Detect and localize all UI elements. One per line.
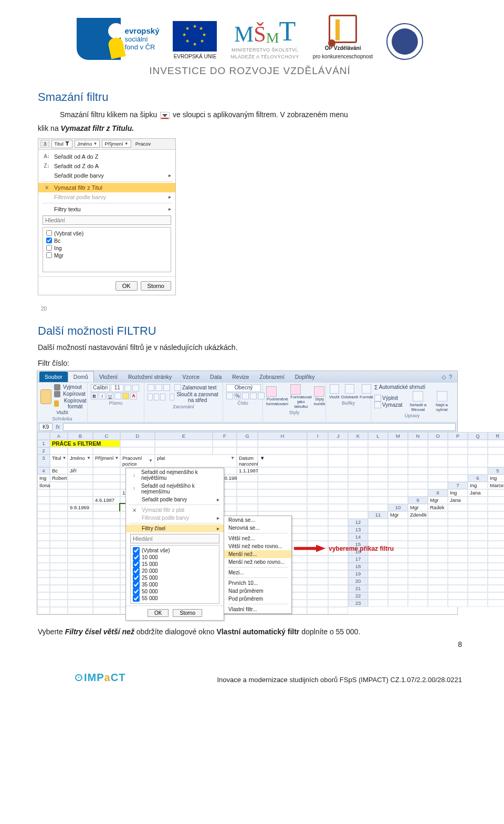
ov-sort-color[interactable]: Seřadit podle barvy▸	[126, 496, 224, 503]
ov-sort-desc[interactable]: ↑Seřadit od největšího k nejmenšímu	[126, 482, 224, 496]
ov-search-input[interactable]	[130, 534, 219, 543]
font-name-select[interactable]: Calibri	[91, 384, 110, 392]
th-2[interactable]: Příjmení▼	[93, 455, 120, 467]
help-icon[interactable]: ?	[449, 374, 452, 380]
submenu-item-1[interactable]: Nerovná se...	[224, 524, 291, 532]
th-0[interactable]: Titul▼	[50, 455, 68, 467]
align-bot-icon[interactable]	[163, 384, 170, 391]
tab-vlozeni[interactable]: Vložení	[94, 372, 123, 382]
formula-bar[interactable]	[63, 423, 456, 431]
paste-icon[interactable]	[40, 389, 51, 404]
underline-icon[interactable]: U	[107, 393, 113, 399]
dlg-buttons: OK Storno	[38, 276, 175, 295]
chk-10 000[interactable]: 10 000	[133, 554, 217, 561]
submenu-item-9[interactable]: Pod průměrem	[224, 595, 291, 603]
delete-button[interactable]: Odstranit	[341, 384, 358, 399]
inc-dec-icon[interactable]	[250, 393, 257, 399]
th-3[interactable]: Pracovní pozice▼	[120, 455, 155, 467]
tab-doplnky[interactable]: Doplňky	[290, 372, 320, 382]
fx-icon[interactable]: fx	[56, 424, 60, 430]
submenu-item-3[interactable]: Větší než nebo rovno...	[224, 542, 291, 550]
submenu-item-0[interactable]: Rovná se...	[224, 516, 291, 524]
tab-revize[interactable]: Revize	[227, 372, 254, 382]
chk-15 000[interactable]: 15 000	[133, 561, 217, 568]
col-titul[interactable]: Titul	[51, 140, 72, 148]
chk-all[interactable]: (Vybrat vše)	[46, 230, 167, 237]
bold-icon[interactable]: B	[91, 393, 98, 399]
th-5[interactable]: Datum narození▼	[237, 455, 258, 467]
th-4[interactable]: plat▼	[155, 455, 237, 467]
tab-zobrazeni[interactable]: Zobrazení	[254, 372, 289, 382]
tab-domu[interactable]: Domů	[68, 371, 94, 382]
tab-vzorce[interactable]: Vzorce	[177, 372, 205, 382]
ov-filter-num[interactable]: Filtry čísel▸	[126, 524, 224, 532]
chk-35 000[interactable]: 35 000	[133, 581, 217, 588]
chk-20 000[interactable]: 20 000	[133, 568, 217, 574]
menu-filter-text[interactable]: Filtry textu▸	[38, 204, 175, 214]
submenu-item-10[interactable]: Vlastní filtr...	[224, 605, 291, 613]
insert-button[interactable]: Vložit	[329, 384, 340, 399]
chk-bc[interactable]: Bc	[46, 237, 167, 244]
merge-button[interactable]: Sloučit a zarovnat na střed	[170, 392, 219, 403]
chk-55 000[interactable]: 55 000	[133, 595, 217, 602]
chk-25 000[interactable]: 25 000	[133, 574, 217, 581]
border-icon[interactable]	[114, 393, 121, 399]
col-prijmeni[interactable]: Příjmení▼	[102, 140, 131, 148]
number-format-select[interactable]: Obecný	[226, 384, 261, 392]
tab-soubor[interactable]: Soubor	[39, 372, 68, 382]
menu-sort-color[interactable]: Seřadit podle barvy▸	[38, 171, 175, 180]
shrink-font-icon[interactable]	[132, 385, 139, 392]
wrap-text-button[interactable]: Zalamovat text	[174, 384, 217, 391]
submenu-item-6[interactable]: Mezi...	[224, 569, 291, 576]
name-box[interactable]: K9	[39, 423, 52, 431]
clear-button[interactable]: Vymazat	[374, 401, 403, 408]
fill-button[interactable]: Výplnit	[374, 395, 403, 401]
align-mid-icon[interactable]	[155, 384, 162, 391]
italic-icon[interactable]: I	[99, 393, 106, 399]
ov-ok-button[interactable]: OK	[148, 609, 169, 617]
find-select-button[interactable]: Najít a vybrat	[434, 391, 450, 412]
chk-50 000[interactable]: 50 000	[133, 588, 217, 595]
font-color-icon[interactable]: A	[130, 393, 137, 399]
format-table-icon[interactable]	[290, 384, 301, 395]
align-left-icon[interactable]	[148, 394, 153, 400]
fill-color-icon[interactable]	[122, 393, 129, 399]
submenu-item-2[interactable]: Větší než...	[224, 534, 291, 542]
ov-cancel-button[interactable]: Storno	[173, 609, 202, 617]
align-top-icon[interactable]	[148, 384, 154, 391]
currency-icon[interactable]	[226, 393, 233, 399]
tab-rozlozeni[interactable]: Rozložení stránky	[123, 372, 177, 382]
autosum-button[interactable]: Σ Automatické shrnutí	[374, 384, 425, 390]
comma-icon[interactable]	[242, 393, 249, 399]
format-painter-button[interactable]: Kopírovat formát	[54, 398, 89, 409]
search-input[interactable]	[43, 215, 171, 225]
align-center-icon[interactable]	[154, 394, 159, 400]
cell-styles-icon[interactable]	[314, 386, 324, 397]
copy-button[interactable]: Kopírovat	[54, 391, 89, 397]
percent-icon[interactable]: %	[234, 393, 241, 399]
ok-button[interactable]: OK	[116, 281, 138, 291]
menu-sort-az[interactable]: A↓ Seřadit od A do Z	[38, 152, 175, 161]
tab-data[interactable]: Data	[205, 372, 227, 382]
col-jmeno[interactable]: Jméno▼	[75, 140, 100, 148]
cancel-button[interactable]: Storno	[141, 281, 171, 291]
font-size-select[interactable]: 11	[111, 384, 123, 392]
submenu-item-5[interactable]: Menší než nebo rovno...	[224, 558, 291, 566]
cut-button[interactable]: Vyjmout	[54, 384, 89, 390]
msmt-line2: MLÁDEŽE A TĚLOVÝCHOVY	[230, 54, 299, 60]
ov-sort-asc[interactable]: ↓Seřadit od nejmenšího k největšímu	[126, 468, 224, 482]
menu-sort-za[interactable]: Z↓ Seřadit od Z do A	[38, 161, 175, 171]
chk-mgr[interactable]: Mgr	[46, 252, 167, 259]
align-right-icon[interactable]	[160, 394, 165, 400]
sort-filter-button[interactable]: Seřadit a filtrovat	[408, 391, 428, 412]
submenu-item-8[interactable]: Nad průměrem	[224, 587, 291, 595]
chk-ing[interactable]: Ing	[46, 244, 167, 252]
submenu-item-7[interactable]: Prvních 10...	[224, 579, 291, 587]
grow-font-icon[interactable]	[124, 385, 131, 392]
minimize-ribbon-icon[interactable]: ◇	[442, 374, 446, 380]
heading-smazani-filtru: Smazání filtru	[38, 90, 462, 104]
menu-clear-filter[interactable]: ⨯ Vymazat filtr z Titul	[38, 183, 175, 192]
submenu-item-4[interactable]: Menší než...	[224, 550, 291, 558]
th-1[interactable]: Jméno▼	[68, 455, 93, 467]
cond-format-icon[interactable]	[266, 386, 277, 397]
